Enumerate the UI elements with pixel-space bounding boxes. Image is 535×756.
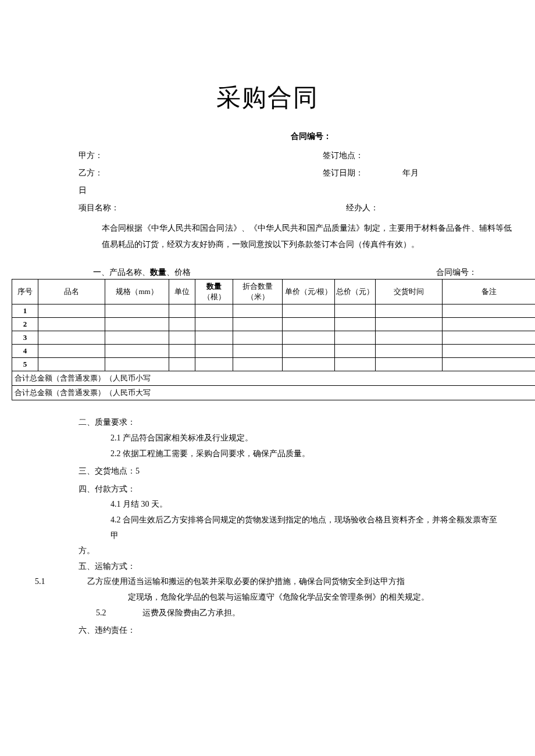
document-title: 采购合同 bbox=[12, 81, 523, 114]
table-header-row: 序号 品名 规格（mm） 单位 数量（根） 折合数量（米） 单价（元/根） 总价… bbox=[12, 280, 536, 304]
col-spec: 规格（mm） bbox=[105, 280, 169, 304]
table-row: 5 bbox=[12, 358, 536, 371]
sign-date-label: 签订日期： bbox=[323, 169, 363, 177]
sign-date-value: 年月 bbox=[402, 169, 419, 177]
product-table: 序号 品名 规格（mm） 单位 数量（根） 折合数量（米） 单价（元/根） 总价… bbox=[12, 279, 535, 400]
sign-place-label: 签订地点： bbox=[323, 151, 500, 161]
col-delivery: 交货时间 bbox=[376, 280, 443, 304]
table-row: 4 bbox=[12, 345, 536, 358]
section-1-title: 一、产品名称、数量、价格 bbox=[93, 267, 191, 278]
party-b-label: 乙方： bbox=[79, 168, 323, 178]
section-1-contract-no: 合同编号： bbox=[436, 267, 477, 278]
table-row: 1 bbox=[12, 304, 536, 318]
col-unit: 单位 bbox=[169, 280, 195, 304]
contract-header: 甲方： 签订地点： 乙方： 签订日期： 年月 日 项目名称： 经办人： bbox=[12, 151, 523, 213]
document-page: 采购合同 合同编号： 甲方： 签订地点： 乙方： 签订日期： 年月 日 项目名称… bbox=[0, 0, 535, 673]
col-qty: 数量（根） bbox=[195, 280, 233, 304]
section-1-title-row: 一、产品名称、数量、价格 合同编号： bbox=[12, 267, 523, 278]
handler-label: 经办人： bbox=[346, 203, 500, 213]
project-label: 项目名称： bbox=[79, 203, 346, 213]
section-5-1-cont: 定现场，危险化学品的包装与运输应遵守《危险化学品安全管理条例》的相关规定。 bbox=[47, 590, 500, 605]
col-conv-qty: 折合数量（米） bbox=[233, 280, 283, 304]
col-name: 品名 bbox=[38, 280, 105, 304]
party-a-label: 甲方： bbox=[79, 151, 323, 161]
sign-date-field: 签订日期： 年月 bbox=[323, 168, 500, 178]
terms-sections: 二、质量要求： 2.1 产品符合国家相关标准及行业规定。 2.2 依据工程施工需… bbox=[12, 415, 523, 638]
section-4-title: 四、付款方式： bbox=[79, 482, 500, 497]
sum-row-lower: 合计总金额（含普通发票）（人民币小写 bbox=[12, 371, 536, 386]
col-total: 总价（元） bbox=[335, 280, 376, 304]
section-2-1: 2.1 产品符合国家相关标准及行业规定。 bbox=[79, 431, 500, 446]
section-5-1: 5.1 乙方应使用适当运输和搬运的包装并采取必要的保护措施，确保合同货物安全到达… bbox=[29, 574, 500, 590]
section-5-title: 五、运输方式： bbox=[79, 559, 500, 575]
section-6: 六、违约责任： bbox=[79, 623, 500, 639]
day-label: 日 bbox=[79, 185, 87, 196]
section-5-2: 5.2 运费及保险费由乙方承担。 bbox=[79, 605, 500, 621]
table-row: 3 bbox=[12, 331, 536, 345]
section-4-2: 4.2 合同生效后乙方安排将合同规定的货物发送到指定的地点，现场验收合格且资料齐… bbox=[35, 513, 500, 559]
section-4-1: 4.1 月结 30 天。 bbox=[79, 497, 500, 513]
sum-row-upper: 合计总金额（含普通发票）（人民币大写 bbox=[12, 386, 536, 400]
col-price: 单价（元/根） bbox=[283, 280, 335, 304]
col-remark: 备注 bbox=[443, 280, 536, 304]
section-3: 三、交货地点：5 bbox=[79, 464, 500, 479]
contract-number-top: 合同编号： bbox=[291, 131, 523, 142]
section-2-2: 2.2 依据工程施工需要，采购合同要求，确保产品质量。 bbox=[79, 446, 500, 462]
col-seq: 序号 bbox=[12, 280, 38, 304]
table-row: 2 bbox=[12, 318, 536, 331]
intro-paragraph: 本合同根据《中华人民共和国合同法》、《中华人民共和国产品质量法》制定，主要用于材… bbox=[12, 220, 523, 253]
section-2-title: 二、质量要求： bbox=[79, 415, 500, 431]
